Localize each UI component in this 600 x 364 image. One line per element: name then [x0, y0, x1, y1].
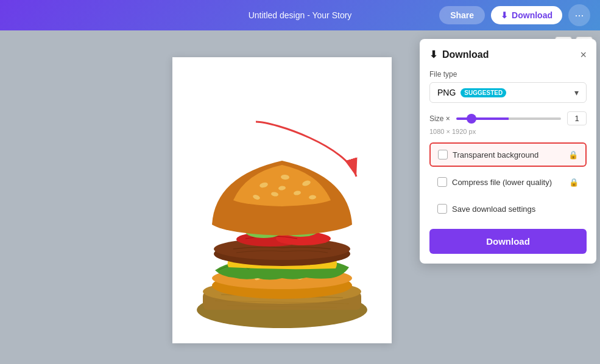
size-slider[interactable]	[456, 117, 561, 120]
lock-icon-2: 🔒	[569, 178, 579, 187]
panel-header: ⬇ Download ×	[429, 49, 587, 60]
save-settings-label: Save download settings	[452, 205, 535, 214]
compress-label: Compress file (lower quality)	[452, 178, 552, 187]
download-panel: ⬇ Download × File type PNG SUGGESTED ▾ S…	[420, 39, 596, 264]
compress-file-row[interactable]: Compress file (lower quality) 🔒	[429, 170, 587, 194]
size-value-input[interactable]: 1	[567, 111, 587, 125]
size-dims: 1080 × 1920 px	[429, 128, 587, 135]
size-label: Size ×	[429, 114, 450, 123]
download-header-button[interactable]: ⬇ Download	[491, 6, 562, 24]
main-area: − +	[0, 30, 600, 364]
transparent-bg-label: Transparent background	[453, 150, 538, 159]
download-main-button[interactable]: Download	[429, 229, 587, 254]
transparent-bg-row[interactable]: Transparent background 🔒	[429, 142, 587, 167]
download-panel-icon: ⬇	[429, 49, 437, 60]
file-type-dropdown[interactable]: PNG SUGGESTED ▾	[429, 82, 587, 103]
size-row: Size × 1	[429, 111, 587, 125]
file-type-label: File type	[429, 70, 587, 79]
download-icon: ⬇	[501, 10, 508, 20]
lock-icon: 🔒	[568, 150, 578, 159]
header: Untitled design - Your Story Share ⬇ Dow…	[0, 0, 600, 30]
panel-title: ⬇ Download	[429, 49, 489, 60]
design-frame	[172, 57, 392, 343]
compress-checkbox[interactable]	[437, 177, 447, 187]
more-options-button[interactable]: ···	[568, 4, 590, 26]
close-panel-button[interactable]: ×	[580, 49, 587, 60]
share-button[interactable]: Share	[439, 6, 485, 24]
chevron-down-icon: ▾	[574, 88, 579, 97]
header-title: Untitled design - Your Story	[249, 10, 352, 20]
save-settings-row[interactable]: Save download settings	[429, 197, 587, 220]
save-settings-checkbox[interactable]	[437, 204, 447, 214]
burger-image	[185, 66, 379, 334]
transparent-bg-checkbox[interactable]	[438, 150, 448, 159]
suggested-badge: SUGGESTED	[461, 88, 506, 97]
file-type-value: PNG	[437, 88, 456, 97]
